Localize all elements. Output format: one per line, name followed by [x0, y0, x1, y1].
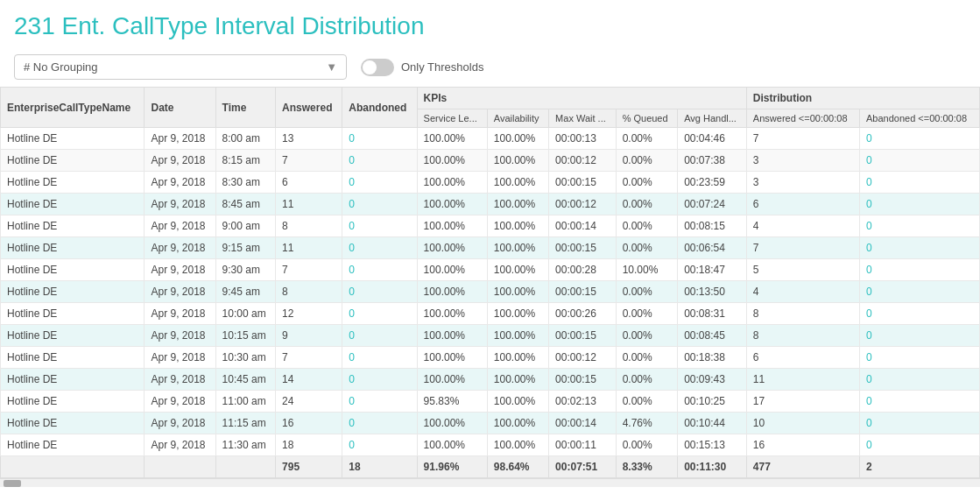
table-cell: 00:00:15 [549, 172, 617, 194]
table-cell: 18 [276, 434, 342, 456]
table-row: Hotline DEApr 9, 201811:15 am160100.00%1… [1, 413, 980, 434]
table-cell: 0.00% [616, 128, 678, 150]
table-cell: 0 [860, 281, 980, 303]
col-date: Date [145, 88, 215, 128]
col-abandoned: Abandoned [342, 88, 417, 128]
table-cell: 100.00% [417, 128, 487, 150]
table-cell: 00:00:15 [549, 369, 617, 391]
table-cell: 0 [342, 215, 417, 237]
table-cell: Apr 9, 2018 [145, 347, 215, 369]
table-cell: 00:18:47 [678, 259, 747, 281]
table-cell: 17 [746, 391, 859, 413]
table-cell: 4.76% [616, 413, 678, 434]
col-time: Time [215, 88, 276, 128]
col-answered: Answered [276, 88, 342, 128]
table-cell: 8:30 am [215, 172, 276, 194]
table-cell: Apr 9, 2018 [145, 369, 215, 391]
table-cell: 0 [342, 303, 417, 325]
only-thresholds-toggle[interactable] [361, 59, 394, 76]
table-cell: 100.00% [417, 369, 487, 391]
table-cell: Hotline DE [1, 325, 145, 347]
table-cell: 0 [342, 434, 417, 456]
table-cell: Hotline DE [1, 259, 145, 281]
table-cell: 10:00 am [215, 303, 276, 325]
table-cell: Apr 9, 2018 [145, 391, 215, 413]
table-cell: 9:00 am [215, 215, 276, 237]
table-row: Hotline DEApr 9, 20188:45 am110100.00%10… [1, 194, 980, 215]
table-cell: 100.00% [417, 325, 487, 347]
table-cell: 0 [860, 347, 980, 369]
table-cell: 0 [342, 369, 417, 391]
footer-name [1, 456, 145, 478]
table-cell: 00:13:50 [678, 281, 747, 303]
table-cell: 00:18:38 [678, 347, 747, 369]
table-cell: 95.83% [417, 391, 487, 413]
table-cell: 16 [276, 413, 342, 434]
col-enterprise-call-type: EnterpriseCallTypeName [1, 88, 145, 128]
table-cell: 0 [342, 259, 417, 281]
footer-max-wait: 00:07:51 [549, 456, 617, 478]
table-cell: 7 [746, 128, 859, 150]
table-cell: 0 [860, 259, 980, 281]
table-row: Hotline DEApr 9, 201810:00 am120100.00%1… [1, 303, 980, 325]
table-cell: 100.00% [487, 391, 548, 413]
table-cell: 100.00% [417, 347, 487, 369]
table-cell: 00:00:14 [549, 413, 617, 434]
table-cell: Hotline DE [1, 194, 145, 215]
col-kpis-group: KPIs [417, 88, 746, 109]
table-cell: Apr 9, 2018 [145, 150, 215, 172]
chevron-down-icon: ▼ [326, 60, 337, 74]
table-cell: 00:10:25 [678, 391, 747, 413]
table-cell: 00:10:44 [678, 413, 747, 434]
table-cell: 0 [342, 128, 417, 150]
table-cell: 00:00:15 [549, 281, 617, 303]
table-cell: 10:30 am [215, 347, 276, 369]
table-cell: 0.00% [616, 150, 678, 172]
table-row: Hotline DEApr 9, 20189:45 am80100.00%100… [1, 281, 980, 303]
footer-row: 795 18 91.96% 98.64% 00:07:51 8.33% 00:1… [1, 456, 980, 478]
table-cell: 00:08:45 [678, 325, 747, 347]
table-cell: 11:00 am [215, 391, 276, 413]
table-cell: Apr 9, 2018 [145, 325, 215, 347]
table-cell: 0 [342, 194, 417, 215]
table-cell: 24 [276, 391, 342, 413]
table-row: Hotline DEApr 9, 201810:30 am70100.00%10… [1, 347, 980, 369]
table-cell: 0.00% [616, 347, 678, 369]
footer-date [145, 456, 215, 478]
table-cell: 100.00% [487, 434, 548, 456]
table-row: Hotline DEApr 9, 20188:15 am70100.00%100… [1, 150, 980, 172]
table-cell: 00:23:59 [678, 172, 747, 194]
table-cell: 10:15 am [215, 325, 276, 347]
toolbar: # No Grouping ▼ Only Thresholds [0, 47, 980, 87]
table-cell: Hotline DE [1, 281, 145, 303]
table-cell: 3 [746, 150, 859, 172]
table-row: Hotline DEApr 9, 20188:30 am60100.00%100… [1, 172, 980, 194]
table-cell: 8 [276, 215, 342, 237]
table-cell: 8 [276, 281, 342, 303]
table-cell: 00:00:15 [549, 237, 617, 259]
table-cell: 0 [860, 237, 980, 259]
table-cell: 10.00% [616, 259, 678, 281]
table-cell: Hotline DE [1, 128, 145, 150]
table-cell: Apr 9, 2018 [145, 237, 215, 259]
table-row: Hotline DEApr 9, 201810:45 am140100.00%1… [1, 369, 980, 391]
table-cell: 7 [276, 150, 342, 172]
horizontal-scrollbar[interactable] [0, 478, 980, 487]
table-cell: 100.00% [487, 413, 548, 434]
table-cell: 0.00% [616, 303, 678, 325]
table-cell: 00:00:12 [549, 150, 617, 172]
table-cell: 00:02:13 [549, 391, 617, 413]
table-cell: 5 [746, 259, 859, 281]
table-cell: 0.00% [616, 172, 678, 194]
table-cell: 0.00% [616, 237, 678, 259]
table-cell: 12 [276, 303, 342, 325]
table-cell: 9:30 am [215, 259, 276, 281]
table-cell: 8:15 am [215, 150, 276, 172]
table-cell: 0 [860, 128, 980, 150]
table-row: Hotline DEApr 9, 20189:15 am110100.00%10… [1, 237, 980, 259]
table-cell: 9:15 am [215, 237, 276, 259]
table-cell: 00:15:13 [678, 434, 747, 456]
table-cell: 0 [342, 413, 417, 434]
scroll-thumb[interactable] [4, 480, 21, 487]
grouping-dropdown[interactable]: # No Grouping ▼ [14, 54, 347, 80]
